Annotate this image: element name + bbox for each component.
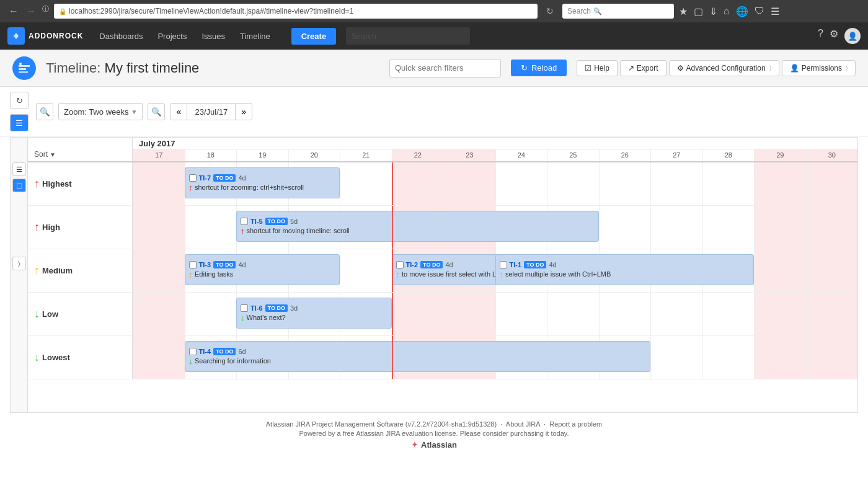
sidebar-icon-1[interactable]: ☰ xyxy=(12,162,26,176)
svg-rect-1 xyxy=(19,65,30,67)
jira-search-input[interactable] xyxy=(346,27,470,45)
nav-issues[interactable]: Issues xyxy=(195,28,231,45)
task-checkbox-TI-5[interactable] xyxy=(241,218,248,225)
chevron-right-icon2: 〉 xyxy=(846,64,848,72)
sidebar-icon-2[interactable]: ▢ xyxy=(12,179,26,192)
today-line xyxy=(392,249,393,292)
about-jira-link[interactable]: About JIRA xyxy=(506,420,540,428)
task-desc-TI-3: ↑Editing tasks xyxy=(189,270,336,279)
task-bar-TI-5[interactable]: TI-5TO DO5d↑shortcut for moving timeline… xyxy=(236,211,599,242)
task-duration-TI-3: 4d xyxy=(238,261,246,268)
sidebar-controls: ↻ ☰ xyxy=(10,92,29,131)
task-checkbox-TI-3[interactable] xyxy=(189,261,197,268)
task-checkbox-TI-6[interactable] xyxy=(241,304,248,312)
download-icon[interactable]: ⇓ xyxy=(709,6,717,17)
star-icon[interactable]: ★ xyxy=(679,6,688,17)
permissions-icon: 👤 xyxy=(790,64,799,73)
quick-search-input[interactable] xyxy=(389,59,501,78)
sort-control[interactable]: Sort ▼ xyxy=(34,150,56,159)
help-button[interactable]: ☑ Help xyxy=(577,60,618,76)
browser-search-bar[interactable]: Search 🔍 xyxy=(562,4,674,19)
browser-chrome: ← → ⓘ 🔒 localhost:2990/jira/secure/Timel… xyxy=(0,0,868,22)
tab-icon[interactable]: ▢ xyxy=(694,6,703,17)
today-line xyxy=(392,206,393,249)
footer: Atlassian JIRA Project Management Softwa… xyxy=(0,413,868,453)
sidebar-icon-3[interactable]: 〉 xyxy=(12,257,26,270)
search-button[interactable]: 🔍 xyxy=(36,103,53,120)
task-bar-TI-6[interactable]: TI-6TO DO3d↓What's next? xyxy=(236,298,392,329)
settings-icon[interactable]: ⚙ xyxy=(830,28,838,44)
bg-cell-28 xyxy=(702,336,755,379)
bg-cell-17 xyxy=(133,336,185,379)
zoom-selector[interactable]: Zoom: Two weeks ▼ xyxy=(58,103,143,120)
search-zoom-button[interactable]: 🔍 xyxy=(148,103,165,120)
bg-cell-30 xyxy=(806,293,858,335)
row-label-text-high: High xyxy=(42,223,60,232)
priority-icon-medium: ↑ xyxy=(34,264,40,277)
task-priority-arrow-TI-3: ↑ xyxy=(189,270,193,279)
task-header-TI-3: TI-3TO DO4d xyxy=(189,261,336,268)
task-priority-arrow-TI-1: ↑ xyxy=(500,270,504,279)
jira-search-area[interactable] xyxy=(346,27,808,45)
bg-cell-21 xyxy=(340,162,392,205)
task-priority-arrow-TI-6: ↓ xyxy=(241,313,245,322)
user-avatar[interactable]: 👤 xyxy=(844,28,861,44)
shield-icon[interactable]: 🛡 xyxy=(755,6,764,17)
task-header-TI-1: TI-1TO DO4d xyxy=(500,261,750,268)
nav-projects[interactable]: Projects xyxy=(151,28,193,45)
footer-sep2: · xyxy=(544,420,546,428)
task-desc-TI-1: ↑select multiple issue with Ctrl+LMB xyxy=(500,270,750,279)
svg-point-4 xyxy=(19,63,22,65)
sidebar-toggle-button[interactable]: ☰ xyxy=(10,114,29,131)
forward-button[interactable]: → xyxy=(24,4,38,18)
undo-button[interactable]: ↻ xyxy=(10,92,29,109)
grid-content: Sort ▼ July 2017 17181920212223242526272… xyxy=(28,138,857,412)
row-label-text-medium: Medium xyxy=(42,266,73,275)
bg-cell-24 xyxy=(495,293,547,335)
task-bar-TI-7[interactable]: TI-7TO DO4d↑shortcut for zooming: ctrl+s… xyxy=(185,167,340,198)
permissions-button[interactable]: 👤 Permissions 〉 xyxy=(782,60,856,76)
bg-cell-22 xyxy=(392,293,444,335)
nav-dashboards[interactable]: Dashboards xyxy=(93,28,149,45)
task-bar-TI-3[interactable]: TI-3TO DO4d↑Editing tasks xyxy=(185,254,340,285)
task-priority-arrow-TI-2: ↑ xyxy=(396,270,401,279)
create-button[interactable]: Create xyxy=(291,28,336,45)
help-icon[interactable]: ? xyxy=(818,28,823,44)
back-button[interactable]: ← xyxy=(6,4,21,18)
next-date-button[interactable]: » xyxy=(235,103,252,120)
home-icon[interactable]: ⌂ xyxy=(724,6,730,17)
globe-icon[interactable]: 🌐 xyxy=(736,6,748,17)
task-checkbox-TI-1[interactable] xyxy=(500,261,507,268)
reload-button[interactable]: ↻ Reload xyxy=(511,60,567,76)
task-checkbox-TI-4[interactable] xyxy=(189,348,197,355)
grid-header: Sort ▼ July 2017 17181920212223242526272… xyxy=(28,138,857,162)
footer-main-text: Atlassian JIRA Project Management Softwa… xyxy=(266,420,497,428)
task-checkbox-TI-2[interactable] xyxy=(396,261,404,268)
task-status-TI-6: TO DO xyxy=(265,304,288,312)
task-bar-TI-1[interactable]: TI-1TO DO4d↑select multiple issue with C… xyxy=(495,254,755,285)
prev-date-button[interactable]: « xyxy=(170,103,187,120)
export-button[interactable]: ↗ Export xyxy=(620,60,666,76)
task-checkbox-TI-7[interactable] xyxy=(189,174,197,182)
task-priority-arrow-TI-4: ↓ xyxy=(189,356,193,366)
grid-row-high: ↑HighTI-5TO DO5d↑shortcut for moving tim… xyxy=(28,206,857,249)
nav-timeline[interactable]: Timeline xyxy=(234,28,277,45)
task-bar-TI-4[interactable]: TI-4TO DO6d↓Searching for information xyxy=(185,341,651,372)
task-description-TI-6: What's next? xyxy=(247,314,286,321)
reload-label: Reload xyxy=(531,63,557,73)
task-description-TI-4: Searching for information xyxy=(195,357,271,365)
bg-cell-23 xyxy=(443,293,495,335)
address-bar[interactable]: 🔒 localhost:2990/jira/secure/TimelineVie… xyxy=(54,4,538,19)
reload-button[interactable]: ↻ xyxy=(546,6,554,16)
task-id-TI-7: TI-7 xyxy=(199,174,211,182)
task-status-TI-4: TO DO xyxy=(213,348,236,355)
advanced-config-button[interactable]: ⚙ Advanced Configuration 〉 xyxy=(669,60,779,76)
report-problem-link[interactable]: Report a problem xyxy=(549,420,602,428)
task-duration-TI-1: 4d xyxy=(549,261,556,268)
bg-cell-27 xyxy=(650,293,702,335)
menu-icon[interactable]: ☰ xyxy=(771,6,779,17)
date-cell-21: 21 xyxy=(340,149,392,161)
footer-powered: Powered by a free Atlassian JIRA evaluat… xyxy=(0,430,868,437)
export-label: Export xyxy=(637,64,658,73)
header-actions: ☑ Help ↗ Export ⚙ Advanced Configuration… xyxy=(577,60,856,76)
